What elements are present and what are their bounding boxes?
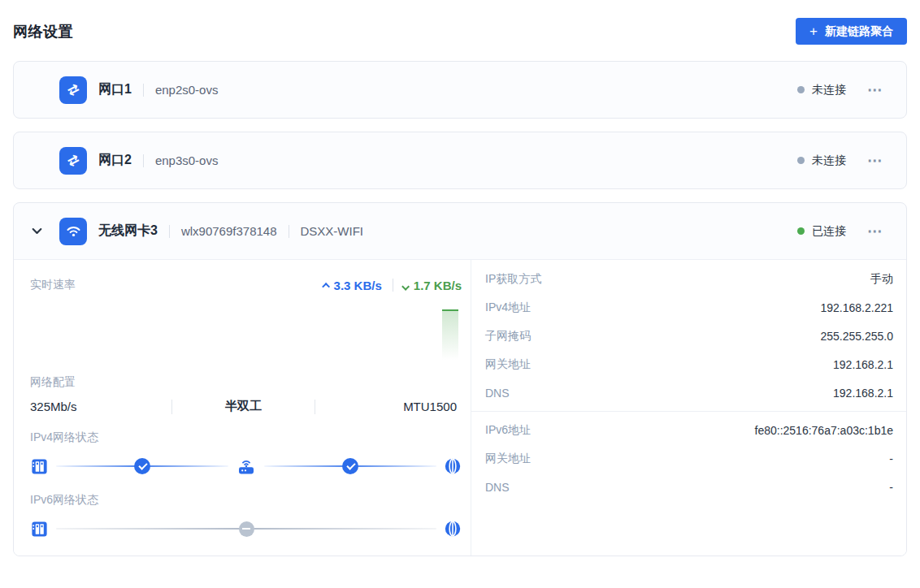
wifi-ip-details-panel: IP获取方式 手动 IPv4地址 192.168.2.221 子网掩码 255.…	[471, 260, 906, 556]
link-segment	[56, 528, 240, 530]
nic-device-name: enp2s0-ovs	[155, 83, 219, 97]
upload-speed: 3.3 KB/s	[324, 279, 382, 292]
detail-row: IPv4地址 192.168.2.221	[485, 293, 893, 322]
divider	[393, 279, 393, 292]
mtu-value: MTU1500	[315, 400, 462, 413]
network-config-label: 网络配置	[30, 375, 462, 390]
detail-value: 255.255.255.0	[820, 330, 893, 343]
topbar: 网络设置 + 新建链路聚合	[13, 18, 907, 45]
detail-row: IP获取方式 手动	[485, 265, 893, 293]
nic-card-port2: ⇄ 网口2 enp3s0-ovs 未连接 ⋯	[13, 132, 907, 189]
section-divider	[471, 411, 906, 412]
link-segment	[254, 528, 437, 530]
network-settings-page: 网络设置 + 新建链路聚合 ⇄ 网口1 enp2s0-ovs 未连接 ⋯	[0, 0, 920, 582]
internet-globe-icon	[444, 520, 462, 538]
detail-value: 手动	[870, 272, 893, 287]
wifi-card-body: 实时速率 3.3 KB/s 1.7 KB/s	[14, 259, 906, 556]
detail-label: 网关地址	[485, 452, 531, 466]
detail-row: DNS 192.168.2.1	[485, 378, 893, 407]
link-segment	[264, 465, 343, 467]
ipv4-status-label: IPv4网络状态	[30, 430, 462, 445]
detail-label: DNS	[485, 387, 510, 400]
detail-label: 子网掩码	[485, 329, 531, 344]
detail-label: IP获取方式	[485, 272, 541, 287]
nic-name: 无线网卡3	[98, 223, 158, 240]
divider	[143, 154, 144, 167]
detail-value: -	[889, 481, 893, 494]
nic-device-name: enp3s0-ovs	[155, 153, 219, 167]
nic-name: 网口1	[98, 81, 132, 98]
duplex-mode: 半双工	[172, 399, 314, 414]
page-title: 网络设置	[13, 22, 73, 41]
ethernet-port-icon: ⇄	[59, 147, 87, 175]
divider	[169, 225, 170, 238]
link-segment	[358, 465, 436, 467]
router-icon	[236, 456, 257, 477]
create-link-aggregation-button[interactable]: + 新建链路聚合	[796, 18, 907, 45]
link-segment	[150, 465, 228, 467]
realtime-traffic-chart	[30, 300, 462, 364]
link-speed: 325Mb/s	[30, 400, 171, 413]
detail-label: 网关地址	[485, 357, 531, 372]
detail-value: 192.168.2.1	[833, 358, 893, 371]
nic-card-port2-header[interactable]: ⇄ 网口2 enp3s0-ovs 未连接 ⋯	[14, 132, 906, 188]
realtime-speed-label: 实时速率	[30, 278, 76, 292]
more-menu-icon[interactable]: ⋯	[864, 80, 887, 99]
create-button-label: 新建链路聚合	[825, 24, 893, 39]
detail-value: 192.168.2.1	[833, 387, 893, 400]
host-server-icon	[30, 457, 49, 476]
plus-icon: +	[809, 24, 818, 38]
status-dot-connected	[797, 227, 805, 235]
status-dot-disconnected	[797, 86, 805, 93]
divider	[143, 84, 144, 97]
internet-globe-icon	[444, 457, 462, 475]
link-segment	[56, 465, 135, 467]
nic-card-wifi: 无线网卡3 wlx90769f378148 DSXX-WIFI 已连接 ⋯ 实时…	[13, 202, 907, 556]
ipv4-status-diagram	[30, 456, 462, 477]
detail-row: DNS -	[485, 473, 893, 501]
wifi-icon	[59, 218, 87, 245]
status-badge: 未连接	[812, 83, 846, 97]
detail-value: fe80::2516:76a7:a03c:1b1e	[755, 424, 894, 437]
nic-card-port1-header[interactable]: ⇄ 网口1 enp2s0-ovs 未连接 ⋯	[14, 62, 906, 118]
detail-row: 子网掩码 255.255.255.0	[485, 322, 893, 350]
more-menu-icon[interactable]: ⋯	[864, 222, 887, 240]
check-node-icon	[342, 458, 358, 474]
network-config-row: 325Mb/s 半双工 MTU1500	[30, 399, 462, 414]
detail-row: 网关地址 192.168.2.1	[485, 350, 893, 378]
status-dot-disconnected	[797, 157, 805, 164]
nic-name: 网口2	[98, 152, 132, 169]
wifi-ssid: DSXX-WIFI	[301, 224, 364, 238]
download-area-sample	[442, 309, 458, 360]
pending-node-icon	[239, 521, 254, 537]
ipv6-status-diagram	[30, 518, 462, 539]
detail-label: IPv6地址	[485, 423, 531, 438]
more-menu-icon[interactable]: ⋯	[864, 151, 887, 170]
status-badge: 已连接	[812, 224, 846, 239]
divider	[289, 225, 289, 238]
detail-row: IPv6地址 fe80::2516:76a7:a03c:1b1e	[485, 416, 893, 444]
chevron-down-icon[interactable]	[28, 222, 46, 240]
ipv6-status-label: IPv6网络状态	[30, 493, 462, 508]
detail-label: IPv4地址	[485, 300, 531, 315]
wifi-left-panel: 实时速率 3.3 KB/s 1.7 KB/s	[14, 260, 471, 556]
detail-value: -	[889, 452, 893, 465]
detail-value: 192.168.2.221	[820, 301, 893, 314]
nic-card-wifi-header[interactable]: 无线网卡3 wlx90769f378148 DSXX-WIFI 已连接 ⋯	[14, 203, 906, 259]
check-node-icon	[134, 458, 150, 474]
up-arrow-icon	[322, 282, 330, 290]
host-server-icon	[30, 520, 49, 538]
status-badge: 未连接	[812, 153, 846, 168]
download-speed: 1.7 KB/s	[404, 279, 462, 292]
detail-label: DNS	[485, 481, 510, 494]
ethernet-port-icon: ⇄	[59, 76, 87, 104]
nic-card-port1: ⇄ 网口1 enp2s0-ovs 未连接 ⋯	[13, 61, 907, 119]
detail-row: 网关地址 -	[485, 444, 893, 473]
nic-device-name: wlx90769f378148	[181, 224, 277, 238]
down-arrow-icon	[401, 282, 410, 290]
